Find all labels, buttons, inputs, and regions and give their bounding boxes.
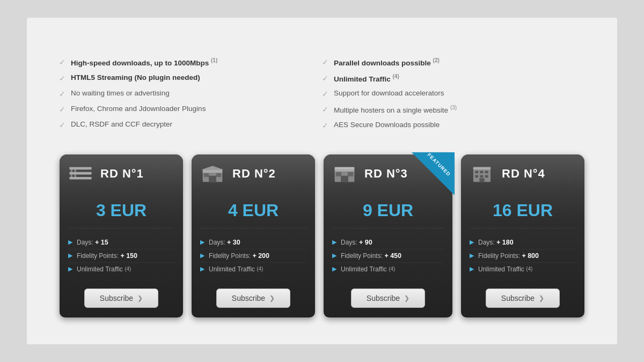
- arrow-icon: ▶: [470, 265, 474, 272]
- benefit-item: ✓ Firefox, Chrome and Jdownloader Plugin…: [59, 101, 322, 117]
- benefit-item: ✓ AES Secure Downloads possible: [322, 117, 585, 133]
- days-value: + 90: [359, 239, 372, 246]
- benefit-item: ✓ Parallel downloads possible (2): [322, 54, 585, 70]
- plan-icon: [470, 164, 494, 183]
- svg-rect-24: [475, 175, 478, 178]
- days-label: Days:: [341, 239, 359, 246]
- subscribe-button[interactable]: Subscribe ❯: [84, 289, 158, 308]
- plan-details: ▶ Days: + 15 ▶ Fidelity Points: + 150 ▶ …: [60, 228, 183, 281]
- days-label: Days:: [209, 239, 227, 246]
- benefit-text: Parallel downloads possible (2): [334, 57, 440, 67]
- traffic-label: Unlimited Traffic: [341, 265, 389, 273]
- svg-rect-6: [75, 174, 76, 177]
- svg-rect-18: [348, 172, 353, 176]
- benefit-text: DLC, RSDF and CCF decrypter: [71, 120, 172, 128]
- btn-arrow-icon: ❯: [137, 294, 143, 302]
- plan-title: RD N°1: [100, 167, 144, 181]
- plan-header: RD N°4: [461, 154, 584, 191]
- svg-rect-8: [203, 169, 223, 173]
- plan-details: ▶ Days: + 180 ▶ Fidelity Points: + 800 ▶…: [461, 228, 584, 281]
- traffic-note: (4): [125, 266, 131, 272]
- days-row: ▶ Days: + 15: [68, 236, 174, 249]
- fidelity-label: Fidelity Points:: [341, 252, 384, 260]
- featured-ribbon: FEATURED: [412, 152, 455, 195]
- traffic-note: (4): [389, 266, 395, 272]
- benefit-item: ✓ Multiple hosters on a single website (…: [322, 101, 585, 117]
- svg-rect-10: [209, 175, 216, 182]
- traffic-row: ▶ Unlimited Traffic (4): [470, 263, 576, 276]
- plan-price: 16 EUR: [470, 191, 576, 228]
- svg-rect-1: [69, 172, 91, 174]
- fidelity-value: + 200: [252, 252, 269, 260]
- subscribe-area: Subscribe ❯: [192, 281, 315, 317]
- plan-price: 4 EUR: [200, 191, 306, 228]
- arrow-icon: ▶: [68, 239, 72, 246]
- svg-rect-15: [335, 167, 355, 168]
- plan-icon: [332, 164, 357, 183]
- subscribe-label: Subscribe: [367, 294, 400, 302]
- traffic-note: (4): [526, 266, 532, 272]
- arrow-icon: ▶: [470, 239, 474, 246]
- svg-rect-2: [69, 177, 91, 180]
- plan-details: ▶ Days: + 30 ▶ Fidelity Points: + 200 ▶ …: [192, 228, 315, 281]
- plan-title: RD N°4: [502, 167, 545, 181]
- featured-ribbon-text: FEATURED: [424, 152, 455, 180]
- traffic-row: ▶ Unlimited Traffic (4): [332, 263, 444, 276]
- svg-rect-5: [71, 174, 72, 177]
- traffic-label: Unlimited Traffic: [478, 265, 526, 273]
- btn-arrow-icon: ❯: [269, 294, 275, 302]
- arrow-icon: ▶: [68, 265, 72, 272]
- fidelity-value: + 800: [522, 252, 539, 260]
- benefit-item: ✓ Support for download accelerators: [322, 86, 585, 101]
- days-value: + 30: [227, 239, 240, 246]
- arrow-icon: ▶: [470, 252, 474, 259]
- svg-rect-25: [480, 175, 484, 178]
- fidelity-value: + 450: [384, 252, 401, 260]
- benefit-text: Multiple hosters on a single website (3): [334, 105, 457, 114]
- subscribe-area: Subscribe ❯: [324, 281, 452, 317]
- benefit-text: Support for download accelerators: [334, 89, 444, 97]
- fidelity-row: ▶ Fidelity Points: + 150: [68, 249, 174, 263]
- benefit-item: ✓ Unlimited Traffic (4): [322, 70, 585, 86]
- arrow-icon: ▶: [200, 252, 204, 259]
- benefit-item: ✓ DLC, RSDF and CCF decrypter: [59, 117, 322, 132]
- arrow-icon: ▶: [200, 239, 204, 246]
- main-container: ✓ High-speed downloads, up to 1000Mbps (…: [27, 18, 617, 344]
- arrow-icon: ▶: [332, 239, 336, 246]
- checkmark-icon: ✓: [59, 121, 65, 129]
- benefit-text: High-speed downloads, up to 1000Mbps (1): [71, 57, 217, 67]
- svg-rect-17: [336, 172, 341, 176]
- days-label: Days:: [77, 239, 95, 246]
- days-row: ▶ Days: + 90: [332, 236, 444, 249]
- checkmark-icon: ✓: [322, 105, 328, 114]
- benefits-right: ✓ Parallel downloads possible (2) ✓ Unli…: [322, 54, 585, 133]
- subscribe-label: Subscribe: [100, 294, 133, 302]
- benefit-text: HTML5 Streaming (No plugin needed): [71, 73, 200, 82]
- plan-title: RD N°3: [364, 167, 408, 181]
- subscribe-button[interactable]: Subscribe ❯: [351, 289, 425, 308]
- benefit-item: ✓ No waiting times or advertising: [59, 86, 322, 101]
- checkmark-icon: ✓: [59, 58, 65, 67]
- traffic-label: Unlimited Traffic: [209, 265, 257, 273]
- traffic-label: Unlimited Traffic: [77, 265, 125, 273]
- subscribe-button[interactable]: Subscribe ❯: [486, 289, 560, 308]
- fidelity-label: Fidelity Points:: [77, 252, 120, 260]
- svg-rect-26: [485, 175, 488, 178]
- fidelity-row: ▶ Fidelity Points: + 450: [332, 249, 444, 263]
- arrow-icon: ▶: [332, 252, 336, 259]
- arrow-icon: ▶: [68, 252, 72, 259]
- benefit-text: Unlimited Traffic (4): [334, 73, 399, 83]
- svg-rect-21: [475, 171, 478, 173]
- checkmark-icon: ✓: [59, 74, 65, 83]
- svg-rect-11: [204, 173, 209, 177]
- plan-card-rd4: RD N°4 16 EUR ▶ Days: + 180 ▶ Fidelity P…: [461, 154, 584, 317]
- benefits-left: ✓ High-speed downloads, up to 1000Mbps (…: [59, 54, 322, 133]
- days-row: ▶ Days: + 180: [470, 236, 576, 249]
- checkmark-icon: ✓: [322, 74, 328, 83]
- days-label: Days:: [478, 239, 496, 246]
- benefit-item: ✓ High-speed downloads, up to 1000Mbps (…: [59, 54, 322, 70]
- subscribe-button[interactable]: Subscribe ❯: [216, 289, 290, 308]
- checkmark-icon: ✓: [322, 58, 328, 67]
- plan-icon: [200, 164, 225, 183]
- btn-arrow-icon: ❯: [404, 294, 409, 302]
